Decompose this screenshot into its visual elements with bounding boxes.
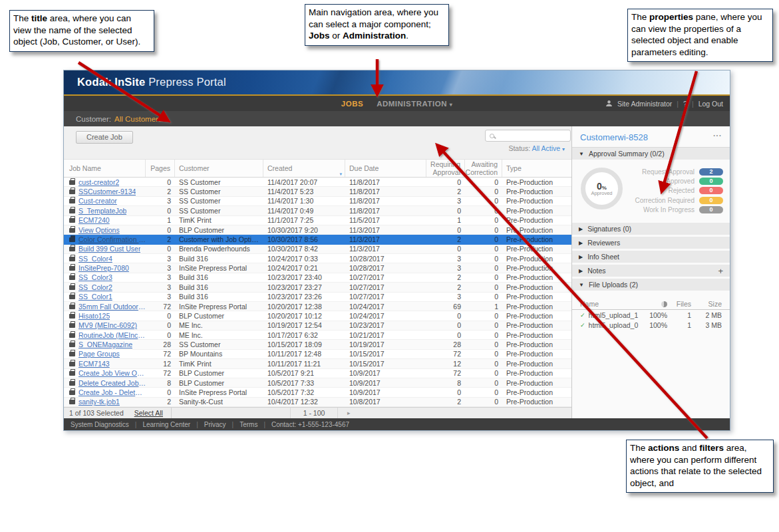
job-link[interactable]: Hisato125 bbox=[78, 312, 110, 320]
section-file-uploads[interactable]: ▼ File Uploads (2) bbox=[572, 279, 730, 291]
customer-dropdown[interactable]: All Customers bbox=[114, 115, 162, 123]
add-note-icon[interactable]: + bbox=[718, 266, 723, 276]
table-row[interactable]: Delete Created Job (Creat...8BLP Custome… bbox=[64, 378, 571, 388]
job-link[interactable]: Cust-creator bbox=[78, 197, 117, 205]
job-link[interactable]: SS_Color4 bbox=[78, 255, 112, 263]
job-link[interactable]: Create Job - Delete once ... bbox=[78, 388, 146, 396]
cell-job-name: ECM7143 bbox=[64, 360, 146, 368]
cell-requiring-approval: 0 bbox=[426, 207, 465, 215]
selected-object-title[interactable]: Customerwi-8528 bbox=[572, 126, 730, 147]
section-notes[interactable]: ▶ Notes + bbox=[572, 265, 730, 277]
properties-pane: Customerwi-8528 ... ▼ Approval Summary (… bbox=[571, 126, 730, 418]
footer-link[interactable]: Privacy bbox=[204, 421, 226, 428]
table-row[interactable]: Color Confirmation (Custo...2Customer wi… bbox=[64, 235, 571, 244]
help-button[interactable]: ? bbox=[683, 100, 687, 108]
footer-link[interactable]: Learning Center bbox=[142, 421, 190, 428]
job-link[interactable]: 35mm Fall Outdoor Catalog bbox=[78, 303, 146, 311]
table-row[interactable]: S_ONEMagazine28SS Customer10/15/2017 18:… bbox=[64, 340, 571, 349]
job-link[interactable]: SS_Color2 bbox=[78, 283, 112, 291]
job-link[interactable]: SSCustomer-9134 bbox=[78, 188, 136, 196]
column-type[interactable]: Type bbox=[502, 160, 571, 177]
column-requiring-approval[interactable]: Requiring Approval bbox=[426, 160, 465, 177]
job-link[interactable]: Build 399 Cust User bbox=[78, 245, 140, 253]
cell-pages: 72 bbox=[146, 303, 175, 311]
table-row[interactable]: ECM72401TimK Print11/1/2017 7:2511/5/201… bbox=[64, 216, 571, 225]
job-link[interactable]: MV9 (MEInc-6092) bbox=[78, 321, 137, 329]
job-link[interactable]: RoutineJob (MEInc-5798) bbox=[78, 331, 146, 339]
cell-customer: ME Inc. bbox=[175, 321, 263, 329]
job-link[interactable]: View Options bbox=[78, 226, 120, 234]
approval-status-row: Request Approval2 bbox=[631, 167, 723, 176]
column-awaiting-correction[interactable]: Awaiting Correction bbox=[465, 160, 502, 177]
table-row[interactable]: SS_Color33Build 31610/23/2017 23:4010/27… bbox=[64, 273, 571, 283]
cell-pages: 0 bbox=[146, 178, 175, 186]
table-row[interactable]: Hisato1250BLP Customer10/20/2017 10:1210… bbox=[64, 311, 571, 321]
logged-in-user[interactable]: Site Administrator bbox=[617, 100, 672, 108]
job-link[interactable]: Create Job View Options bbox=[78, 369, 146, 377]
cell-customer: TimK Print bbox=[175, 360, 263, 368]
nav-tab-administration[interactable]: ADMINISTRATION ▾ bbox=[377, 100, 452, 108]
job-link[interactable]: SS_Color3 bbox=[78, 273, 112, 281]
section-approval-summary[interactable]: ▼ Approval Summary (0/2) bbox=[572, 148, 730, 160]
uploads-column-files: Files bbox=[667, 300, 691, 308]
status-dropdown[interactable]: All Active bbox=[532, 144, 560, 152]
upload-row[interactable]: ✓html5_upload_0100%13 MB bbox=[572, 321, 730, 331]
footer-link[interactable]: System Diagnostics bbox=[71, 421, 129, 428]
logout-button[interactable]: Log Out bbox=[699, 100, 723, 108]
section-signatures[interactable]: ▶ Signatures (0) bbox=[572, 223, 730, 235]
create-job-button[interactable]: Create Job bbox=[76, 131, 133, 144]
job-link[interactable]: cust-creator2 bbox=[78, 178, 119, 186]
table-row[interactable]: SS_Color23Build 31610/23/2017 23:2710/27… bbox=[64, 283, 571, 292]
column-customer[interactable]: Customer bbox=[175, 160, 263, 177]
column-job-name[interactable]: Job Name bbox=[64, 160, 146, 177]
job-link[interactable]: ECM7240 bbox=[78, 216, 110, 224]
job-link[interactable]: InSitePrep-7080 bbox=[78, 264, 129, 272]
table-row[interactable]: Build 399 Cust User0Brenda Powderhounds1… bbox=[64, 245, 571, 254]
table-row[interactable]: Create Job - Delete once ...0InSite Prep… bbox=[64, 388, 571, 397]
job-link[interactable]: Delete Created Job (Creat... bbox=[78, 379, 146, 387]
sort-desc-icon[interactable]: ▾ bbox=[339, 172, 342, 177]
cell-job-name: SS_Color1 bbox=[64, 293, 146, 301]
job-link[interactable]: ECM7143 bbox=[78, 360, 110, 368]
job-link[interactable]: S_TemplateJob bbox=[78, 207, 126, 215]
column-created[interactable]: Created▾ bbox=[263, 160, 345, 177]
next-page-icon[interactable]: ▸ bbox=[347, 410, 351, 416]
search-input[interactable] bbox=[485, 130, 571, 142]
table-row[interactable]: SS_Color13Build 31610/23/2017 23:2610/27… bbox=[64, 293, 571, 302]
cell-type: Pre-Production bbox=[502, 398, 571, 406]
column-pages[interactable]: Pages bbox=[146, 160, 175, 177]
table-row[interactable]: Create Job View Options72BLP Customer10/… bbox=[64, 369, 571, 378]
table-row[interactable]: Cust-creator3SS Customer11/4/2017 1:3011… bbox=[64, 197, 571, 206]
section-reviewers[interactable]: ▶ Reviewers bbox=[572, 237, 730, 249]
upload-row[interactable]: ✓html5_upload_1100%12 MB bbox=[572, 310, 730, 321]
job-link[interactable]: Page Groups bbox=[78, 350, 120, 358]
table-row[interactable]: SSCustomer-91342SS Customer11/4/2017 5:2… bbox=[64, 187, 571, 196]
table-row[interactable]: SS_Color43Build 31610/24/2017 0:3310/28/… bbox=[64, 254, 571, 263]
more-actions-icon[interactable]: ... bbox=[713, 129, 722, 138]
footer-link[interactable]: Terms bbox=[239, 421, 257, 428]
table-row[interactable]: MV9 (MEInc-6092)0ME Inc.10/19/2017 12:54… bbox=[64, 321, 571, 331]
table-row[interactable]: sanity-tk.job12Sanity-tk-Cust10/4/2017 1… bbox=[64, 398, 571, 407]
job-link[interactable]: SS_Color1 bbox=[78, 293, 112, 301]
table-header: Job Name Pages Customer Created▾ Due Dat… bbox=[64, 159, 571, 178]
table-row[interactable]: View Options0BLP Customer10/30/2017 9:20… bbox=[64, 225, 571, 235]
job-link[interactable]: Color Confirmation (Custo... bbox=[78, 235, 146, 243]
column-due-date[interactable]: Due Date bbox=[345, 160, 426, 177]
select-all-link[interactable]: Select All bbox=[134, 409, 163, 417]
selection-summary: 1 of 103 Selected Select All bbox=[64, 408, 172, 418]
nav-tab-jobs[interactable]: JOBS bbox=[341, 100, 363, 108]
table-row[interactable]: RoutineJob (MEInc-5798)0ME Inc.10/17/201… bbox=[64, 331, 571, 340]
table-row[interactable]: cust-creator20SS Customer11/4/2017 20:07… bbox=[64, 178, 571, 187]
job-link[interactable]: S_ONEMagazine bbox=[78, 340, 132, 348]
table-row[interactable]: S_TemplateJob0SS Customer11/4/2017 0:491… bbox=[64, 206, 571, 215]
cell-job-name: View Options bbox=[64, 226, 146, 234]
section-info-sheet[interactable]: ▶ Info Sheet bbox=[572, 251, 730, 263]
table-row[interactable]: Page Groups72BP Mountains10/11/2017 12:4… bbox=[64, 350, 571, 359]
job-link[interactable]: sanity-tk.job1 bbox=[78, 398, 120, 406]
table-row[interactable]: InSitePrep-70803InSite Prepress Portal10… bbox=[64, 263, 571, 273]
cell-due-date: 10/28/2017 bbox=[345, 264, 426, 272]
chevron-down-icon: ▾ bbox=[562, 146, 565, 152]
cell-pages: 0 bbox=[146, 331, 175, 339]
table-row[interactable]: 35mm Fall Outdoor Catalog72InSite Prepre… bbox=[64, 302, 571, 311]
table-row[interactable]: ECM714312TimK Print10/11/2017 11:2110/15… bbox=[64, 359, 571, 368]
